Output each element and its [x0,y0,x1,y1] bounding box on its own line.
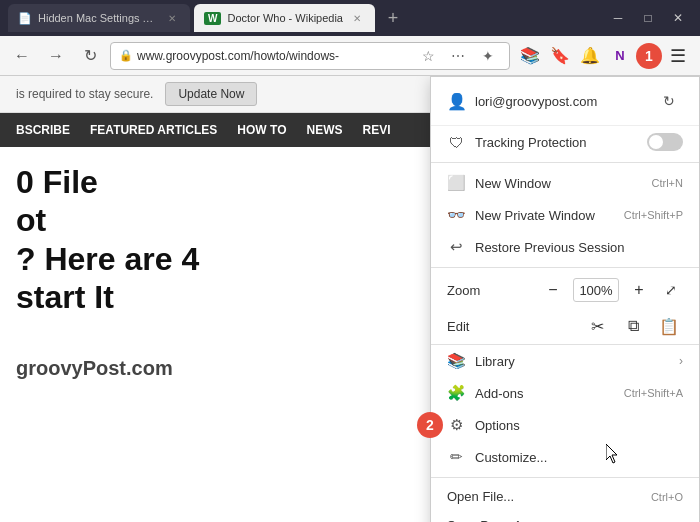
sync-icon[interactable]: 🔖 [546,42,574,70]
reader-icon[interactable]: ⋯ [445,43,471,69]
paste-button[interactable]: 📋 [655,312,683,340]
new-tab-button[interactable]: + [379,4,407,32]
nav-featured[interactable]: FEATURED ARTICLES [90,123,217,137]
customize-label: Customize... [475,450,683,465]
title-bar: 📄 Hidden Mac Settings You Ca... ✕ W Doct… [0,0,700,36]
lock-icon: 🔒 [119,49,133,62]
restore-icon: ↩ [447,238,465,256]
divider-1 [431,162,699,163]
tab-favicon-2: W [204,12,221,25]
ff-menu-header: 👤 lori@groovypost.com ↻ [431,77,699,126]
tracking-toggle[interactable] [647,133,683,151]
url-text: www.groovypost.com/howto/windows- [137,49,415,63]
ff-menu-item-open-file[interactable]: Open File... Ctrl+O [431,482,699,511]
options-label: Options [475,418,683,433]
window-controls: ─ □ ✕ [604,4,692,32]
minimize-button[interactable]: ─ [604,4,632,32]
badge-1[interactable]: 1 [636,43,662,69]
tab-doctor-who[interactable]: W Doctor Who - Wikipedia ✕ [194,4,375,32]
tab-favicon-1: 📄 [18,12,32,25]
addons-icon: 🧩 [447,384,465,402]
forward-button[interactable]: → [42,42,70,70]
ff-menu-item-library[interactable]: 📚 Library › [431,345,699,377]
addons-label: Add-ons [475,386,614,401]
ff-zoom-row: Zoom − 100% + ⤢ [431,272,699,308]
tracking-label: Tracking Protection [475,135,637,150]
tab-close-2[interactable]: ✕ [349,10,365,26]
url-input[interactable]: 🔒 www.groovypost.com/howto/windows- ☆ ⋯ … [110,42,510,70]
private-window-icon: 👓 [447,206,465,224]
url-bar: ← → ↻ 🔒 www.groovypost.com/howto/windows… [0,36,700,76]
update-message: is required to stay secure. [16,87,153,101]
tab-label-2: Doctor Who - Wikipedia [227,12,343,24]
ff-menu-item-new-window[interactable]: ⬜ New Window Ctrl+N [431,167,699,199]
zoom-minus-button[interactable]: − [541,278,565,302]
browser-window: 📄 Hidden Mac Settings You Ca... ✕ W Doct… [0,0,700,522]
ff-edit-row: Edit ✂ ⧉ 📋 [431,308,699,345]
maximize-button[interactable]: □ [634,4,662,32]
ff-menu-item-customize[interactable]: ✏ Customize... [431,441,699,473]
zoom-expand-button[interactable]: ⤢ [659,278,683,302]
addons-shortcut: Ctrl+Shift+A [624,387,683,399]
library-arrow-icon: › [679,354,683,368]
open-file-shortcut: Ctrl+O [651,491,683,503]
new-window-label: New Window [475,176,642,191]
page-area: is required to stay secure. Update Now B… [0,76,700,522]
copy-button[interactable]: ⧉ [619,312,647,340]
zoom-plus-button[interactable]: + [627,278,651,302]
ff-menu-item-options[interactable]: 2 ⚙ Options [431,409,699,441]
nav-news[interactable]: NEWS [306,123,342,137]
ff-menu-item-private-window[interactable]: 👓 New Private Window Ctrl+Shift+P [431,199,699,231]
private-window-label: New Private Window [475,208,614,223]
back-button[interactable]: ← [8,42,36,70]
zoom-value: 100% [573,278,619,302]
refresh-button[interactable]: ↻ [76,42,104,70]
toolbar-icons: 📚 🔖 🔔 N 1 ☰ [516,42,692,70]
new-window-icon: ⬜ [447,174,465,192]
pocket-icon[interactable]: ✦ [475,43,501,69]
zoom-label: Zoom [447,283,533,298]
shield-icon: 🛡 [447,134,465,151]
alert-icon[interactable]: 🔔 [576,42,604,70]
nav-howto[interactable]: HOW TO [237,123,286,137]
tab-hidden-mac[interactable]: 📄 Hidden Mac Settings You Ca... ✕ [8,4,190,32]
tab-label-1: Hidden Mac Settings You Ca... [38,12,158,24]
url-actions: ☆ ⋯ ✦ [415,43,501,69]
divider-3 [431,477,699,478]
library-icon[interactable]: 📚 [516,42,544,70]
avatar-icon: 👤 [447,92,467,111]
open-file-label: Open File... [447,489,641,504]
library-label: Library [475,354,669,369]
close-button[interactable]: ✕ [664,4,692,32]
restore-label: Restore Previous Session [475,240,683,255]
menu-button[interactable]: ☰ [664,42,692,70]
sync-button[interactable]: ↻ [655,87,683,115]
bookmark-star-icon[interactable]: ☆ [415,43,441,69]
nav-subscribe[interactable]: BSCRIBE [16,123,70,137]
ff-menu-item-save-page[interactable]: Save Page As... Ctrl+S [431,511,699,522]
ff-menu-email: 👤 lori@groovypost.com [447,92,597,111]
firefox-menu: 👤 lori@groovypost.com ↻ 🛡 Tracking Prote… [430,76,700,522]
ff-menu-item-tracking[interactable]: 🛡 Tracking Protection [431,126,699,158]
onenote-icon[interactable]: N [606,42,634,70]
customize-icon: ✏ [447,448,465,466]
options-icon: ⚙ [447,416,465,434]
save-page-label: Save Page As... [447,518,642,522]
private-window-shortcut: Ctrl+Shift+P [624,209,683,221]
toggle-knob [649,135,663,149]
nav-reviews[interactable]: REVI [362,123,390,137]
tab-close-1[interactable]: ✕ [164,10,180,26]
divider-2 [431,267,699,268]
new-window-shortcut: Ctrl+N [652,177,683,189]
edit-label: Edit [447,319,575,334]
cut-button[interactable]: ✂ [583,312,611,340]
update-now-button[interactable]: Update Now [165,82,257,106]
ff-menu-item-restore[interactable]: ↩ Restore Previous Session [431,231,699,263]
ff-menu-item-addons[interactable]: 🧩 Add-ons Ctrl+Shift+A [431,377,699,409]
ff-email-text: lori@groovypost.com [475,94,597,109]
step-badge-2: 2 [417,412,443,438]
library-menu-icon: 📚 [447,352,465,370]
